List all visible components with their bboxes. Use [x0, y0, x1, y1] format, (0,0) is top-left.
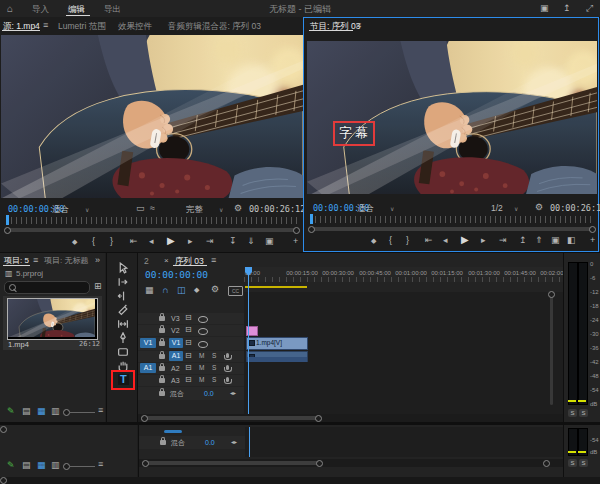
- lock-icon[interactable]: [159, 391, 165, 396]
- play-button[interactable]: ▶: [167, 236, 175, 246]
- snap-magnet-icon[interactable]: ∩: [162, 286, 169, 295]
- program-zoom-scrollbar[interactable]: [310, 227, 593, 231]
- play-button[interactable]: ▶: [461, 235, 469, 245]
- source-scrub-ruler[interactable]: [6, 217, 297, 224]
- sync-lock-icon[interactable]: ⊟: [185, 314, 192, 322]
- mark-in-button[interactable]: {: [389, 236, 392, 245]
- lock-icon[interactable]: [160, 440, 166, 445]
- zoom-handle-right[interactable]: [589, 226, 596, 233]
- solo-channel-2-button[interactable]: S: [579, 409, 588, 417]
- panel-scroll-handle[interactable]: [0, 477, 7, 484]
- project-breadcrumb[interactable]: 5.prproj: [16, 270, 43, 278]
- step-forward-button[interactable]: ▸: [188, 237, 193, 246]
- clips-filter-icon[interactable]: ▥: [51, 461, 60, 470]
- type-tool[interactable]: T: [118, 374, 129, 385]
- voiceover-mic-icon[interactable]: [226, 353, 229, 358]
- solo-button[interactable]: S: [212, 377, 216, 384]
- mark-out-button[interactable]: }: [110, 237, 113, 246]
- lock-icon[interactable]: [159, 341, 165, 346]
- lock-icon[interactable]: [159, 328, 165, 333]
- go-to-out-button[interactable]: ⇥: [499, 236, 507, 245]
- comparison-view-button[interactable]: ◧: [567, 236, 576, 245]
- mark-in-button[interactable]: {: [92, 237, 95, 246]
- vscroll-handle[interactable]: [543, 460, 550, 467]
- add-marker-button[interactable]: ◆: [72, 238, 77, 245]
- source-patch-audio[interactable]: A1: [140, 363, 156, 373]
- menu-import[interactable]: 导入: [32, 5, 49, 14]
- master-gain-value[interactable]: 0.0: [204, 390, 214, 397]
- lock-icon[interactable]: [159, 366, 165, 371]
- sync-lock-icon[interactable]: ⊟: [185, 339, 192, 347]
- tab-overflow-icon[interactable]: »: [95, 256, 100, 265]
- extract-button[interactable]: ⇑: [535, 236, 543, 245]
- hscroll-thumb[interactable]: [141, 416, 321, 420]
- insert-button[interactable]: ↧: [229, 237, 237, 246]
- solo-channel-1-button[interactable]: S: [568, 459, 577, 467]
- program-zoom-select[interactable]: 适合: [357, 204, 374, 213]
- export-frame-button[interactable]: ▣: [551, 236, 560, 245]
- settings-wrench-icon[interactable]: ⚙: [234, 204, 242, 213]
- track-visibility-eye-icon[interactable]: [198, 316, 208, 323]
- project-toolbar-menu-icon[interactable]: ≡: [98, 460, 103, 469]
- mute-button[interactable]: M: [199, 377, 204, 384]
- go-to-in-button[interactable]: ⇤: [425, 236, 433, 245]
- timeline-settings-wrench-icon[interactable]: ⚙: [211, 285, 219, 294]
- writable-pen-icon[interactable]: ✎: [7, 461, 15, 470]
- track-name[interactable]: A2: [171, 365, 180, 372]
- step-forward-button[interactable]: ▸: [481, 236, 486, 245]
- icon-view-icon[interactable]: ▦: [37, 407, 46, 416]
- writable-pen-icon[interactable]: ✎: [7, 407, 15, 416]
- project-panel-menu-icon[interactable]: ≡: [33, 256, 38, 265]
- tab-project-untitled[interactable]: 项目: 无标题: [44, 257, 88, 265]
- home-icon[interactable]: ⌂: [7, 4, 13, 14]
- project-toolbar-menu-icon[interactable]: ≡: [98, 406, 103, 415]
- track-select-tool[interactable]: [117, 276, 129, 288]
- icon-view-icon[interactable]: ▦: [37, 461, 46, 470]
- lock-icon[interactable]: [159, 354, 165, 359]
- lock-icon[interactable]: [159, 316, 165, 321]
- program-playhead[interactable]: [310, 214, 313, 224]
- hscroll-handle-right[interactable]: [316, 460, 323, 467]
- rectangle-tool[interactable]: [117, 346, 129, 358]
- track-name-targeted[interactable]: V1: [169, 338, 183, 348]
- fullscreen-icon[interactable]: ⤢: [586, 4, 593, 13]
- drag-audio-icon[interactable]: ≈: [150, 204, 155, 213]
- clip-thumbnail[interactable]: [7, 298, 98, 340]
- thumb-size-track[interactable]: [69, 466, 95, 467]
- clip-name[interactable]: 1.mp4: [8, 341, 29, 349]
- mute-button[interactable]: M: [199, 365, 204, 372]
- mark-out-button[interactable]: }: [406, 236, 409, 245]
- vscroll-handle[interactable]: [548, 291, 555, 298]
- thumb-size-track[interactable]: [69, 412, 95, 413]
- sync-lock-icon[interactable]: ⊟: [185, 352, 192, 360]
- razor-tool[interactable]: [117, 304, 129, 316]
- program-scrub-ruler[interactable]: [310, 216, 593, 223]
- solo-button[interactable]: S: [212, 353, 216, 360]
- keyframe-nav-icon[interactable]: ◂▸: [231, 439, 237, 445]
- clip-card[interactable]: 1.mp4 26:12: [3, 296, 102, 350]
- search-input[interactable]: [4, 281, 90, 294]
- add-marker-button[interactable]: ◆: [371, 237, 376, 244]
- menu-export[interactable]: 导出: [104, 5, 121, 14]
- go-to-in-button[interactable]: ⇤: [130, 237, 138, 246]
- mute-button[interactable]: M: [199, 353, 204, 360]
- tab-audio-clip-mixer[interactable]: 音频剪辑混合器: 序列 03: [168, 22, 261, 31]
- list-view-icon[interactable]: ▤: [22, 461, 31, 470]
- export-frame-button[interactable]: ▣: [265, 237, 274, 246]
- slip-tool[interactable]: [117, 318, 129, 330]
- solo-channel-1-button[interactable]: S: [568, 409, 577, 417]
- mini-scroll-thumb[interactable]: [164, 430, 182, 433]
- voiceover-mic-icon[interactable]: [226, 377, 229, 382]
- overwrite-button[interactable]: ⇓: [247, 237, 255, 246]
- hscroll-handle-left[interactable]: [141, 415, 148, 422]
- sync-lock-icon[interactable]: ⊟: [185, 376, 192, 384]
- step-back-button[interactable]: ◂: [149, 237, 154, 246]
- solo-channel-2-button[interactable]: S: [579, 459, 588, 467]
- source-quality-select[interactable]: 完整: [186, 205, 203, 214]
- linked-selection-icon[interactable]: ◫: [177, 286, 186, 295]
- audio-clip[interactable]: [246, 351, 308, 362]
- hscroll-track[interactable]: [138, 414, 563, 422]
- pen-tool[interactable]: [117, 332, 129, 344]
- list-view-icon[interactable]: ▤: [22, 407, 31, 416]
- quick-export-icon[interactable]: ↥: [563, 4, 571, 13]
